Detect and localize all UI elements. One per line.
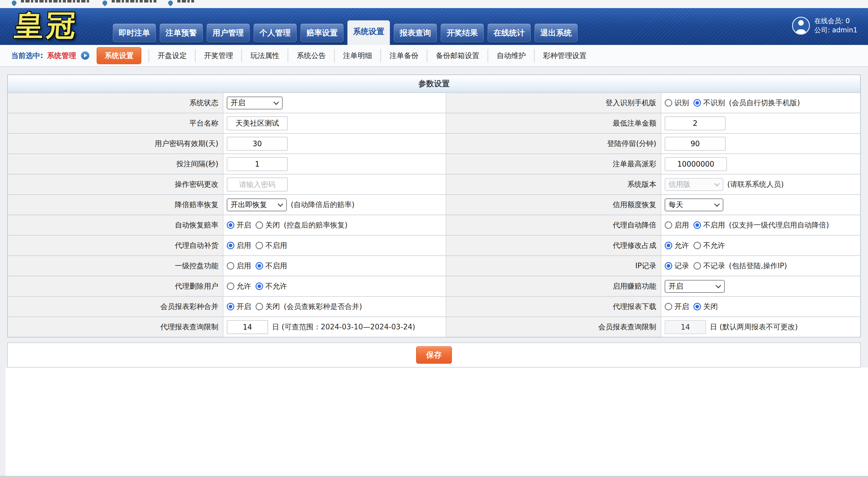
subnav-item-active[interactable]: 系统设置 xyxy=(97,47,141,64)
bookmark-item[interactable] xyxy=(102,0,156,5)
bet-interval-input[interactable] xyxy=(227,157,288,171)
agent-auto-reduce-radio-option-1[interactable]: 不启用 xyxy=(693,220,725,230)
radio-label: 关闭 xyxy=(265,302,280,312)
field-label: 代理删除用户 xyxy=(8,276,223,296)
field-controls: 信用版(请联系系统人员) xyxy=(661,174,860,194)
field-controls xyxy=(661,154,860,174)
main-tab-4[interactable]: 赔率设置 xyxy=(301,24,343,42)
radio-icon xyxy=(255,282,263,290)
auto-restore-odds-radio-option-1[interactable]: 关闭 xyxy=(255,220,280,230)
agent-auto-reduce-radio-option-0[interactable]: 启用 xyxy=(665,220,689,230)
radio-icon xyxy=(255,303,263,310)
radio-label: 允许 xyxy=(237,281,251,291)
radio-label: 启用 xyxy=(237,241,251,250)
field-controls xyxy=(223,113,446,133)
field-controls: 启用不启用(仅支持一级代理启用自动降倍) xyxy=(661,215,860,235)
main-tab-3[interactable]: 个人管理 xyxy=(254,24,297,42)
subnav-item-4[interactable]: 注单明细 xyxy=(334,49,380,62)
bookmark-item[interactable] xyxy=(12,0,91,5)
main-tab-1[interactable]: 注单预警 xyxy=(160,24,203,42)
settings-row: 自动恢复赔率开启关闭(控盘后的赔率恢复)代理自动降倍启用不启用(仅支持一级代理启… xyxy=(8,215,860,235)
subnav-item-0[interactable]: 开盘设定 xyxy=(149,49,195,62)
bookmark-text-clipped xyxy=(177,0,194,2)
field-controls xyxy=(223,134,446,154)
main-nav: 即时注单注单预警用户管理个人管理赔率设置系统设置报表查询开奖结果在线统计退出系统 xyxy=(113,20,582,45)
member-report-merge-radio-option-1[interactable]: 关闭 xyxy=(255,302,280,312)
earn-odds-select[interactable]: 开启 xyxy=(665,280,725,293)
radio-label: 不启用 xyxy=(703,220,725,230)
main-tab-0[interactable]: 即时注单 xyxy=(113,24,156,42)
ip-record-radio-option-1[interactable]: 不记录 xyxy=(693,261,725,271)
current-selected-label: 当前选中: xyxy=(11,51,43,61)
password-valid-days-input[interactable] xyxy=(227,137,288,151)
radio-icon xyxy=(665,99,672,107)
ip-record-radio-option-0[interactable]: 记录 xyxy=(665,261,689,271)
bookmark-item[interactable] xyxy=(168,0,194,5)
agent-auto-restock-radio-option-0[interactable]: 启用 xyxy=(227,241,251,250)
subnav-item-6[interactable]: 备份邮箱设置 xyxy=(427,49,488,62)
settings-row: 一级控盘功能启用不启用IP记录记录不记录(包括登陆,操作IP) xyxy=(8,255,860,276)
platform-name-input[interactable] xyxy=(227,117,288,130)
operate-password-input[interactable] xyxy=(227,178,288,191)
agent-modify-share-radio-option-0[interactable]: 允许 xyxy=(665,241,689,250)
agent-modify-share-radio-option-1[interactable]: 不允许 xyxy=(693,241,725,250)
main-tab-5[interactable]: 系统设置 xyxy=(347,20,390,45)
auto-restore-odds-radio-option-0[interactable]: 开启 xyxy=(227,220,251,230)
subnav-item-3[interactable]: 系统公告 xyxy=(288,49,334,62)
field-label: 登入识别手机版 xyxy=(446,93,661,113)
agent-report-download-radio-option-0[interactable]: 开启 xyxy=(665,302,689,312)
main-tab-2[interactable]: 用户管理 xyxy=(207,24,250,42)
company-name: 公司: admin1 xyxy=(814,26,858,35)
radio-icon xyxy=(665,303,672,310)
subnav-item-8[interactable]: 彩种管理设置 xyxy=(534,49,595,62)
subnav-item-2[interactable]: 玩法属性 xyxy=(241,49,288,62)
field-controls: 开出即恢复(自动降倍后的赔率) xyxy=(223,195,446,215)
credit-restore-select[interactable]: 每天 xyxy=(665,198,723,211)
login-stay-minutes-input[interactable] xyxy=(665,137,725,151)
settings-row: 投注间隔(秒)注单最高派彩 xyxy=(8,154,860,174)
online-members-count: 在线会员: 0 xyxy=(814,17,858,26)
agent-auto-restock-radio: 启用不启用 xyxy=(227,241,287,250)
subnav-item-5[interactable]: 注单备份 xyxy=(380,49,427,62)
odds-restore-select[interactable]: 开出即恢复 xyxy=(227,198,287,211)
level1-control-radio-option-1[interactable]: 不启用 xyxy=(255,261,287,271)
field-label: IP记录 xyxy=(446,256,661,276)
field-controls: 开启关闭(控盘后的赔率恢复) xyxy=(223,215,446,235)
radio-icon xyxy=(255,242,263,249)
min-bet-amount-input[interactable] xyxy=(665,117,725,130)
settings-row: 系统状态开启登入识别手机版识别不识别(会员自行切换手机版) xyxy=(8,92,860,113)
level1-control-radio-option-0[interactable]: 启用 xyxy=(227,261,251,271)
save-bar: 保存 xyxy=(7,343,861,368)
agent-report-download-radio-option-1[interactable]: 关闭 xyxy=(693,302,718,312)
member-report-merge-radio-option-0[interactable]: 开启 xyxy=(227,302,251,312)
mobile-detect-radio-option-0[interactable]: 识别 xyxy=(665,98,689,108)
main-tab-7[interactable]: 开奖结果 xyxy=(441,24,484,42)
system-status-select[interactable]: 开启 xyxy=(227,97,283,109)
agent-report-limit-input[interactable] xyxy=(227,320,268,334)
chevron-down-icon xyxy=(715,283,721,288)
agent-auto-restock-radio-option-1[interactable]: 不启用 xyxy=(255,241,287,250)
main-tab-8[interactable]: 在线统计 xyxy=(488,24,531,42)
radio-icon xyxy=(693,303,701,310)
mobile-detect-radio-option-1[interactable]: 不识别 xyxy=(693,98,725,108)
field-label: 降倍赔率恢复 xyxy=(8,195,223,215)
save-button[interactable]: 保存 xyxy=(416,346,452,364)
radio-label: 不记录 xyxy=(703,261,725,271)
field-label: 操作密码更改 xyxy=(8,174,223,194)
chevron-down-icon xyxy=(714,181,720,186)
subnav-item-7[interactable]: 自动维护 xyxy=(488,49,534,62)
agent-delete-user-radio-option-1[interactable]: 不允许 xyxy=(255,281,287,291)
field-controls xyxy=(223,154,446,174)
member-report-merge-radio: 开启关闭 xyxy=(227,302,280,312)
main-tab-6[interactable]: 报表查询 xyxy=(394,24,437,42)
max-payout-input[interactable] xyxy=(665,157,727,171)
radio-icon xyxy=(693,221,701,229)
subnav-item-1[interactable]: 开奖管理 xyxy=(195,49,241,62)
agent-delete-user-radio-option-0[interactable]: 允许 xyxy=(227,281,251,291)
level1-control-radio: 启用不启用 xyxy=(227,261,287,271)
settings-row: 代理报表查询限制日 (可查范围：2024-03-10—2024-03-24)会员… xyxy=(8,317,860,337)
field-label: 一级控盘功能 xyxy=(8,256,223,276)
ip-record-radio: 记录不记录 xyxy=(665,261,725,271)
chevron-down-icon xyxy=(714,201,720,207)
main-tab-9[interactable]: 退出系统 xyxy=(534,24,578,42)
